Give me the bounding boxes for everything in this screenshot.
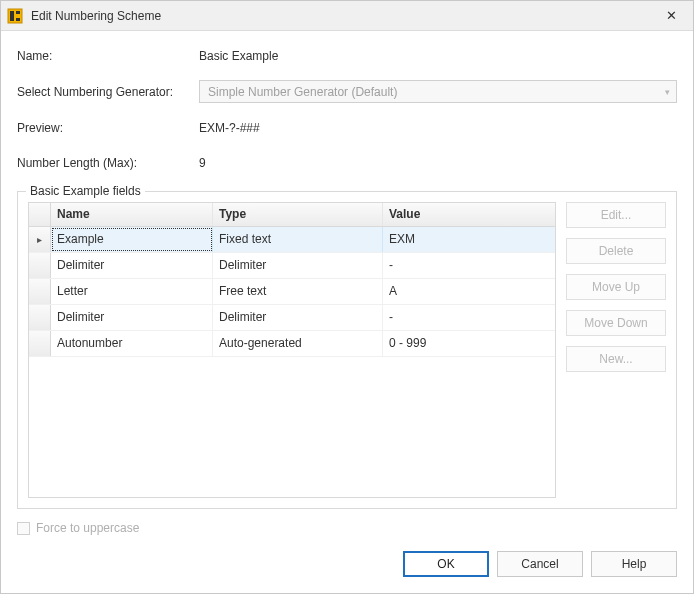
fields-groupbox: Basic Example fields Name Type Value ▸Ex… [17, 191, 677, 509]
table-row[interactable]: DelimiterDelimiter- [29, 305, 555, 331]
cell-name[interactable]: Delimiter [51, 253, 213, 278]
colhdr-name[interactable]: Name [51, 203, 213, 226]
row-generator: Select Numbering Generator: Simple Numbe… [17, 80, 677, 103]
cancel-button[interactable]: Cancel [497, 551, 583, 577]
move-up-button[interactable]: Move Up [566, 274, 666, 300]
fields-legend: Basic Example fields [26, 184, 145, 198]
row-header[interactable] [29, 253, 51, 278]
cell-name[interactable]: Example [51, 227, 213, 252]
svg-rect-1 [10, 11, 14, 21]
grid-header: Name Type Value [29, 203, 555, 227]
table-row[interactable]: LetterFree textA [29, 279, 555, 305]
table-area: Name Type Value ▸ExampleFixed textEXMDel… [28, 202, 666, 498]
label-name: Name: [17, 49, 199, 63]
dialog-window: Edit Numbering Scheme ✕ Name: Basic Exam… [0, 0, 694, 594]
uppercase-checkbox-row: Force to uppercase [17, 521, 677, 535]
row-header[interactable] [29, 279, 51, 304]
edit-button[interactable]: Edit... [566, 202, 666, 228]
cell-value[interactable]: - [383, 305, 555, 330]
help-button[interactable]: Help [591, 551, 677, 577]
colhdr-type[interactable]: Type [213, 203, 383, 226]
chevron-down-icon: ▾ [665, 87, 670, 97]
cell-value[interactable]: 0 - 999 [383, 331, 555, 356]
uppercase-checkbox[interactable] [17, 522, 30, 535]
svg-rect-2 [16, 11, 20, 14]
move-down-button[interactable]: Move Down [566, 310, 666, 336]
cell-name[interactable]: Letter [51, 279, 213, 304]
label-length: Number Length (Max): [17, 156, 199, 170]
cell-type[interactable]: Auto-generated [213, 331, 383, 356]
grid-body: ▸ExampleFixed textEXMDelimiterDelimiter-… [29, 227, 555, 497]
ok-button[interactable]: OK [403, 551, 489, 577]
colhdr-value[interactable]: Value [383, 203, 555, 226]
cell-value[interactable]: - [383, 253, 555, 278]
app-icon [7, 8, 23, 24]
dialog-title: Edit Numbering Scheme [31, 9, 649, 23]
row-header[interactable] [29, 331, 51, 356]
uppercase-label: Force to uppercase [36, 521, 139, 535]
cell-value[interactable]: EXM [383, 227, 555, 252]
close-button[interactable]: ✕ [649, 1, 693, 30]
titlebar: Edit Numbering Scheme ✕ [1, 1, 693, 31]
label-preview: Preview: [17, 121, 199, 135]
label-generator: Select Numbering Generator: [17, 85, 199, 99]
close-icon: ✕ [666, 9, 677, 22]
cell-value[interactable]: A [383, 279, 555, 304]
row-preview: Preview: EXM-?-### [17, 117, 677, 138]
row-header[interactable] [29, 305, 51, 330]
cell-type[interactable]: Free text [213, 279, 383, 304]
cell-type[interactable]: Fixed text [213, 227, 383, 252]
value-length: 9 [199, 156, 677, 170]
table-row[interactable]: AutonumberAuto-generated0 - 999 [29, 331, 555, 357]
table-row[interactable]: ▸ExampleFixed textEXM [29, 227, 555, 253]
fields-grid[interactable]: Name Type Value ▸ExampleFixed textEXMDel… [28, 202, 556, 498]
cell-type[interactable]: Delimiter [213, 253, 383, 278]
cell-type[interactable]: Delimiter [213, 305, 383, 330]
dialog-body: Name: Basic Example Select Numbering Gen… [1, 31, 693, 535]
grid-corner [29, 203, 51, 226]
generator-selected-text: Simple Number Generator (Default) [208, 85, 397, 99]
new-button[interactable]: New... [566, 346, 666, 372]
row-name: Name: Basic Example [17, 45, 677, 66]
table-row[interactable]: DelimiterDelimiter- [29, 253, 555, 279]
svg-rect-3 [16, 18, 20, 21]
value-preview: EXM-?-### [199, 121, 677, 135]
cell-name[interactable]: Autonumber [51, 331, 213, 356]
generator-select[interactable]: Simple Number Generator (Default) ▾ [199, 80, 677, 103]
side-buttons: Edit... Delete Move Up Move Down New... [566, 202, 666, 498]
dialog-footer: OK Cancel Help [1, 535, 693, 593]
value-name: Basic Example [199, 49, 677, 63]
row-header[interactable]: ▸ [29, 227, 51, 252]
cell-name[interactable]: Delimiter [51, 305, 213, 330]
delete-button[interactable]: Delete [566, 238, 666, 264]
row-length: Number Length (Max): 9 [17, 152, 677, 173]
